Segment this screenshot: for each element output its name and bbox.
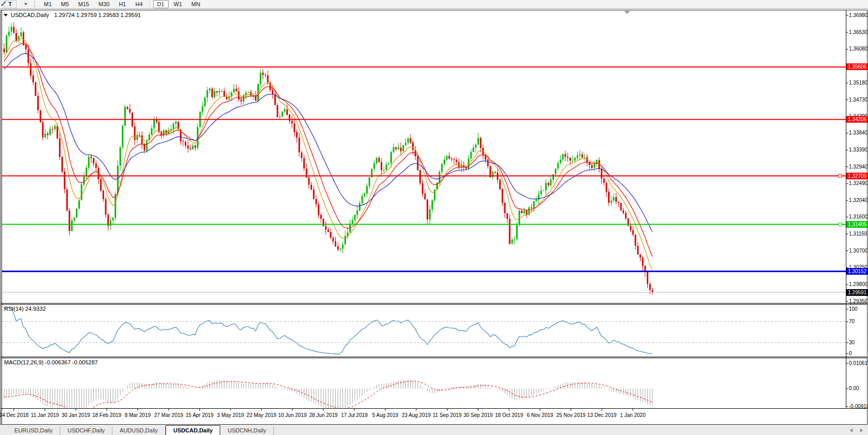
timeframe-button-m30[interactable]: M30 bbox=[94, 0, 113, 8]
arrows-icon bbox=[0, 0, 7, 7]
timeframe-button-m5[interactable]: M5 bbox=[57, 0, 73, 8]
chart-tab-bar: EURUSD,DailyUSDCHF,DailyAUDUSD,DailyUSDC… bbox=[0, 425, 868, 435]
timeframe-button-h4[interactable]: H4 bbox=[131, 0, 146, 8]
chevron-down-icon[interactable] bbox=[24, 3, 27, 5]
timeframe-button-m1[interactable]: M1 bbox=[40, 0, 56, 8]
tab-scroll-right-icon[interactable] bbox=[860, 428, 863, 432]
chart-tabs: EURUSD,DailyUSDCHF,DailyAUDUSD,DailyUSDC… bbox=[7, 425, 274, 435]
cursor-arrows-button[interactable] bbox=[19, 1, 23, 8]
timeframe-group: M1M5M15M30H1H4D1W1MN bbox=[39, 0, 205, 8]
tab-scroll-left-icon[interactable] bbox=[850, 428, 853, 432]
chart-tab-eurusd[interactable]: EURUSD,Daily bbox=[7, 426, 60, 435]
toolbar-grip[interactable] bbox=[34, 2, 36, 7]
toolbar-separator bbox=[150, 1, 151, 7]
chart-tab-usdcnh[interactable]: USDCNH,Daily bbox=[220, 426, 274, 435]
chart-tab-audusd[interactable]: AUDUSD,Daily bbox=[112, 426, 166, 435]
top-toolbar: T M1M5M15M30H1H4D1W1MN bbox=[0, 0, 868, 9]
timeframe-button-w1[interactable]: W1 bbox=[170, 0, 187, 8]
mt-terminal: { "toolbar": { "text_tool": "T", "timefr… bbox=[0, 0, 868, 435]
timeframe-button-m15[interactable]: M15 bbox=[74, 0, 93, 8]
chart-tab-usdcad[interactable]: USDCAD,Daily bbox=[166, 425, 220, 435]
price-chart-canvas[interactable] bbox=[0, 0, 868, 435]
chart-tab-usdchf[interactable]: USDCHF,Daily bbox=[60, 426, 112, 435]
timeframe-button-h1[interactable]: H1 bbox=[114, 0, 130, 8]
timeframe-button-d1[interactable]: D1 bbox=[153, 0, 169, 8]
timeframe-button-mn[interactable]: MN bbox=[187, 0, 204, 8]
